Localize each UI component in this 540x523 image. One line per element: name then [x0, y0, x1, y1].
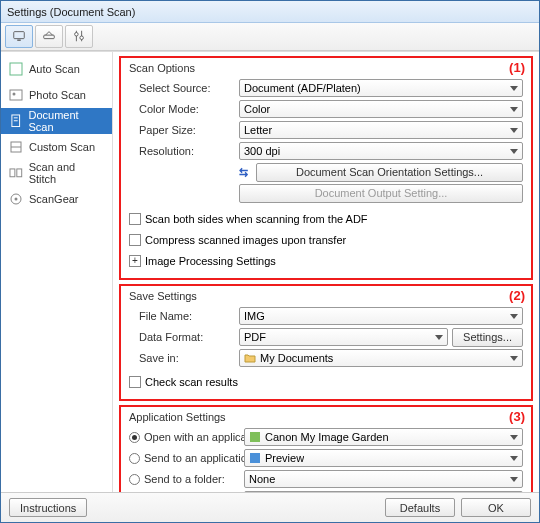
sidebar-item-label: Auto Scan — [29, 63, 80, 75]
resolution-label: Resolution: — [129, 145, 239, 157]
section-marker-1: (1) — [509, 60, 525, 75]
toolbar-tab-scan-from-panel[interactable] — [35, 25, 63, 48]
scan-options-title: Scan Options — [129, 62, 523, 74]
orientation-preview-icon: ⇆ — [239, 166, 248, 179]
svg-rect-20 — [250, 453, 260, 463]
open-with-radio[interactable] — [129, 432, 140, 443]
image-processing-label: Image Processing Settings — [145, 255, 276, 267]
sidebar-item-label: Document Scan — [29, 109, 105, 133]
sidebar-item-scan-and-stitch[interactable]: Scan and Stitch — [1, 160, 112, 186]
svg-point-18 — [15, 198, 18, 201]
svg-point-9 — [13, 93, 16, 96]
stitch-icon — [9, 166, 23, 180]
sidebar-item-document-scan[interactable]: Document Scan — [1, 108, 112, 134]
toolbar-tab-general[interactable] — [65, 25, 93, 48]
auto-scan-icon — [9, 62, 23, 76]
check-results-label: Check scan results — [145, 376, 238, 388]
titlebar: Settings (Document Scan) — [1, 1, 539, 23]
section-scan-options: (1) Scan Options Select Source: Document… — [119, 56, 533, 280]
app-icon — [249, 431, 261, 443]
body: Auto Scan Photo Scan Document Scan Custo… — [1, 51, 539, 492]
section-save-settings: (2) Save Settings File Name: IMG Data Fo… — [119, 284, 533, 401]
file-name-dropdown[interactable]: IMG — [239, 307, 523, 325]
color-mode-label: Color Mode: — [129, 103, 239, 115]
compress-checkbox[interactable] — [129, 234, 141, 246]
resolution-dropdown[interactable]: 300 dpi — [239, 142, 523, 160]
sidebar-item-label: Scan and Stitch — [29, 161, 104, 185]
sidebar-item-label: ScanGear — [29, 193, 79, 205]
compress-label: Compress scanned images upon transfer — [145, 234, 346, 246]
settings-window: Settings (Document Scan) Auto Scan — [0, 0, 540, 523]
footer: Instructions Defaults OK — [1, 492, 539, 522]
send-folder-dropdown[interactable]: None — [244, 470, 523, 488]
photo-scan-icon — [9, 88, 23, 102]
custom-scan-icon — [9, 140, 23, 154]
application-settings-title: Application Settings — [129, 411, 523, 423]
scangear-icon — [9, 192, 23, 206]
svg-rect-16 — [17, 169, 22, 177]
svg-point-5 — [75, 32, 79, 36]
monitor-icon — [12, 29, 26, 45]
svg-rect-8 — [10, 90, 22, 100]
scanner-icon — [42, 29, 56, 45]
sidebar-item-label: Custom Scan — [29, 141, 95, 153]
svg-rect-2 — [44, 35, 55, 39]
data-format-settings-button[interactable]: Settings... — [452, 328, 523, 347]
select-source-label: Select Source: — [129, 82, 239, 94]
data-format-label: Data Format: — [129, 331, 239, 343]
sidebar-item-auto-scan[interactable]: Auto Scan — [1, 56, 112, 82]
orientation-settings-button[interactable]: Document Scan Orientation Settings... — [256, 163, 523, 182]
both-sides-checkbox[interactable] — [129, 213, 141, 225]
main-panel: (1) Scan Options Select Source: Document… — [113, 52, 539, 492]
sidebar-item-scangear[interactable]: ScanGear — [1, 186, 112, 212]
instructions-button[interactable]: Instructions — [9, 498, 87, 517]
sidebar: Auto Scan Photo Scan Document Scan Custo… — [1, 52, 113, 492]
save-in-label: Save in: — [129, 352, 239, 364]
attach-email-dropdown[interactable]: None (Attach Manually) — [244, 491, 523, 492]
section-marker-2: (2) — [509, 288, 525, 303]
select-source-dropdown[interactable]: Document (ADF/Platen) — [239, 79, 523, 97]
svg-rect-7 — [10, 63, 22, 75]
check-results-checkbox[interactable] — [129, 376, 141, 388]
send-app-label: Send to an application: — [144, 452, 244, 464]
send-app-dropdown[interactable]: Preview — [244, 449, 523, 467]
svg-rect-15 — [10, 169, 15, 177]
section-marker-3: (3) — [509, 409, 525, 424]
save-settings-title: Save Settings — [129, 290, 523, 302]
ok-button[interactable]: OK — [461, 498, 531, 517]
output-settings-button[interactable]: Document Output Setting... — [239, 184, 523, 203]
save-in-dropdown[interactable]: My Documents — [239, 349, 523, 367]
document-scan-icon — [9, 114, 23, 128]
send-app-radio[interactable] — [129, 453, 140, 464]
open-with-label: Open with an application: — [144, 431, 244, 443]
open-with-dropdown[interactable]: Canon My Image Garden — [244, 428, 523, 446]
defaults-button[interactable]: Defaults — [385, 498, 455, 517]
sidebar-item-photo-scan[interactable]: Photo Scan — [1, 82, 112, 108]
folder-icon — [244, 352, 256, 364]
svg-rect-0 — [14, 31, 25, 38]
toolbar — [1, 23, 539, 51]
paper-size-dropdown[interactable]: Letter — [239, 121, 523, 139]
window-title: Settings (Document Scan) — [7, 6, 135, 18]
send-folder-label: Send to a folder: — [144, 473, 244, 485]
preview-icon — [249, 452, 261, 464]
svg-rect-1 — [17, 39, 21, 40]
both-sides-label: Scan both sides when scanning from the A… — [145, 213, 368, 225]
paper-size-label: Paper Size: — [129, 124, 239, 136]
data-format-dropdown[interactable]: PDF — [239, 328, 448, 346]
color-mode-dropdown[interactable]: Color — [239, 100, 523, 118]
sliders-icon — [72, 29, 86, 45]
file-name-label: File Name: — [129, 310, 239, 322]
expand-image-processing[interactable]: + — [129, 255, 141, 267]
sidebar-item-custom-scan[interactable]: Custom Scan — [1, 134, 112, 160]
svg-rect-19 — [250, 432, 260, 442]
sidebar-item-label: Photo Scan — [29, 89, 86, 101]
send-folder-radio[interactable] — [129, 474, 140, 485]
svg-point-6 — [80, 36, 84, 40]
toolbar-tab-scan-from-computer[interactable] — [5, 25, 33, 48]
section-application-settings: (3) Application Settings Open with an ap… — [119, 405, 533, 492]
